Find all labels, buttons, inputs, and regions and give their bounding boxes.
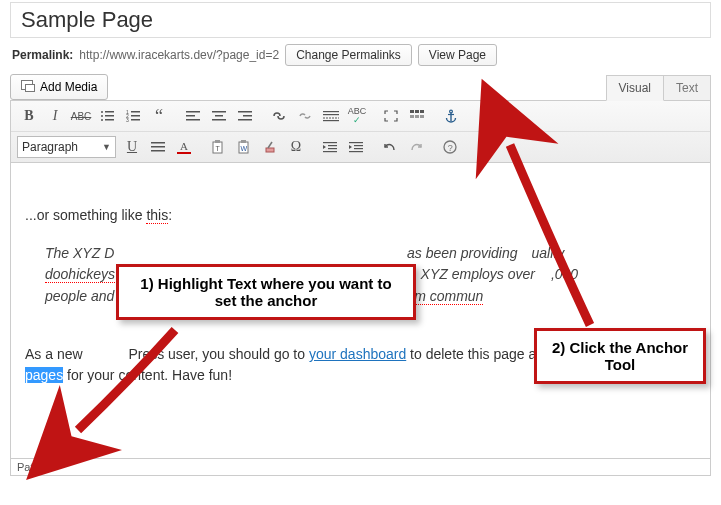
svg-rect-38 — [215, 140, 220, 143]
svg-rect-1 — [105, 111, 114, 113]
svg-rect-19 — [243, 115, 252, 117]
svg-rect-16 — [215, 115, 223, 117]
svg-rect-35 — [151, 146, 165, 148]
align-justify-icon[interactable] — [146, 136, 170, 158]
svg-rect-15 — [212, 111, 226, 113]
change-permalinks-button[interactable]: Change Permalinks — [285, 44, 412, 66]
annotation-step1: 1) Highlight Text where you want to set … — [116, 264, 416, 320]
svg-point-4 — [101, 119, 103, 121]
annotation-step2: 2) Click the Anchor Tool — [534, 328, 706, 384]
editor-text: : — [168, 207, 172, 223]
format-select[interactable]: Paragraph ▼ — [17, 136, 116, 158]
svg-rect-12 — [186, 111, 200, 113]
svg-rect-21 — [323, 111, 339, 112]
page-title[interactable]: Sample Page — [21, 7, 700, 33]
outdent-icon[interactable] — [318, 136, 342, 158]
svg-point-0 — [101, 111, 103, 113]
fullscreen-icon[interactable] — [379, 105, 403, 127]
indent-icon[interactable] — [344, 136, 368, 158]
svg-rect-44 — [323, 142, 337, 143]
svg-rect-46 — [328, 148, 337, 149]
italic-icon[interactable]: I — [43, 105, 67, 127]
anchor-icon[interactable] — [439, 105, 463, 127]
svg-rect-36 — [151, 150, 165, 152]
svg-rect-29 — [415, 115, 419, 118]
dashboard-link[interactable]: your dashboard — [309, 346, 406, 362]
svg-rect-41 — [241, 140, 246, 143]
align-left-icon[interactable] — [181, 105, 205, 127]
svg-rect-26 — [415, 110, 419, 113]
path-label: Path: — [17, 461, 43, 473]
svg-rect-43 — [266, 148, 274, 152]
bullet-list-icon[interactable] — [95, 105, 119, 127]
text-color-icon[interactable]: A — [172, 136, 196, 158]
paste-word-icon[interactable]: W — [232, 136, 256, 158]
permalink-row: Permalink: http://www.iracekarts.dev/?pa… — [12, 44, 709, 66]
paste-text-icon[interactable]: T — [206, 136, 230, 158]
svg-rect-34 — [151, 142, 165, 144]
svg-rect-47 — [323, 151, 337, 152]
svg-rect-3 — [105, 115, 114, 117]
svg-rect-7 — [131, 111, 140, 113]
spellcheck-icon[interactable]: ABC✓ — [345, 105, 369, 127]
permalink-label: Permalink: — [12, 48, 73, 62]
editor-text: Press user, you should go to — [128, 346, 309, 362]
svg-rect-5 — [105, 119, 114, 121]
svg-rect-27 — [420, 110, 424, 113]
align-right-icon[interactable] — [233, 105, 257, 127]
svg-rect-30 — [420, 115, 424, 118]
unlink-icon[interactable] — [293, 105, 317, 127]
svg-rect-25 — [410, 110, 414, 113]
more-tag-icon[interactable] — [319, 105, 343, 127]
underline-icon[interactable]: U — [120, 136, 144, 158]
bold-icon[interactable]: B — [17, 105, 41, 127]
align-center-icon[interactable] — [207, 105, 231, 127]
editor-text: ...or something like — [25, 207, 146, 223]
kitchen-sink-icon[interactable] — [405, 105, 429, 127]
special-char-icon[interactable]: Ω — [284, 136, 308, 158]
svg-text:?: ? — [448, 143, 453, 153]
svg-rect-50 — [354, 148, 363, 149]
svg-rect-45 — [328, 145, 337, 146]
svg-rect-48 — [349, 142, 363, 143]
permalink-url: http://www.iracekarts.dev/?page_id=2 — [79, 48, 279, 62]
svg-point-2 — [101, 115, 103, 117]
svg-rect-20 — [238, 119, 252, 121]
view-page-button[interactable]: View Page — [418, 44, 497, 66]
tab-visual[interactable]: Visual — [606, 75, 664, 101]
chevron-down-icon: ▼ — [102, 142, 111, 152]
tab-text[interactable]: Text — [663, 75, 711, 101]
svg-rect-18 — [238, 111, 252, 113]
svg-rect-22 — [323, 114, 339, 115]
redo-icon[interactable] — [404, 136, 428, 158]
editor-text: this — [146, 207, 168, 224]
svg-text:3: 3 — [126, 117, 129, 122]
svg-rect-28 — [410, 115, 414, 118]
svg-rect-11 — [131, 119, 140, 121]
link-icon[interactable] — [267, 105, 291, 127]
add-media-label: Add Media — [40, 80, 97, 94]
svg-rect-9 — [131, 115, 140, 117]
path-bar: Path: p — [10, 459, 711, 476]
strikethrough-icon[interactable]: ABC — [69, 105, 93, 127]
undo-icon[interactable] — [378, 136, 402, 158]
editor-tabs: Visual Text — [606, 74, 711, 100]
svg-text:T: T — [216, 145, 221, 152]
media-icon — [21, 80, 35, 94]
format-select-label: Paragraph — [22, 140, 78, 154]
numbered-list-icon[interactable]: 123 — [121, 105, 145, 127]
remove-formatting-icon[interactable] — [258, 136, 282, 158]
svg-rect-17 — [212, 119, 226, 121]
svg-point-31 — [450, 110, 453, 113]
svg-rect-13 — [186, 115, 195, 117]
path-value: p — [46, 461, 52, 473]
blockquote-icon[interactable]: “ — [147, 105, 171, 127]
highlighted-text[interactable]: pages — [25, 367, 63, 383]
help-icon[interactable]: ? — [438, 136, 462, 158]
editor-text: As a new — [25, 346, 83, 362]
svg-rect-51 — [349, 151, 363, 152]
svg-rect-49 — [354, 145, 363, 146]
add-media-button[interactable]: Add Media — [10, 74, 108, 100]
svg-rect-24 — [323, 120, 339, 121]
svg-text:W: W — [241, 145, 248, 152]
